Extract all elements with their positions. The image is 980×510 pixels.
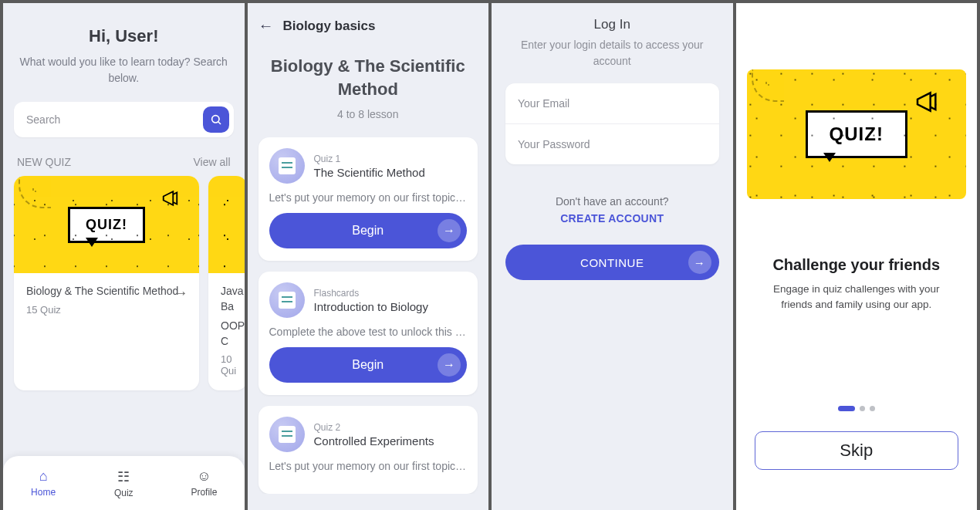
dot	[870, 406, 875, 411]
lesson-title: Controlled Experiments	[314, 434, 434, 448]
search-button[interactable]	[203, 106, 229, 133]
quiz-banner: QUIZ!	[14, 176, 199, 273]
card-title: Java Ba	[221, 284, 235, 314]
lesson-icon	[269, 148, 305, 184]
onboard-desc: Engage in quiz challenges with your frie…	[758, 282, 956, 313]
nav-label: Quiz	[114, 488, 133, 498]
page-indicator	[736, 406, 978, 411]
login-subtitle: Enter your login details to access your …	[515, 37, 710, 69]
home-icon: ⌂	[39, 468, 48, 485]
megaphone-icon	[161, 187, 184, 210]
course-subtitle: 4 to 8 lesson	[263, 108, 474, 120]
svg-line-1	[218, 122, 221, 124]
nav-label: Home	[31, 487, 56, 498]
lesson-title: Introduction to Biology	[314, 300, 428, 313]
lesson-desc: Complete the above test to unlock this …	[269, 326, 468, 338]
arrow-right-icon: →	[438, 353, 461, 377]
lesson-desc: Let's put your memory on our first topic…	[269, 460, 468, 472]
no-account-text: Don't have an account?	[492, 195, 733, 208]
create-account-link[interactable]: CREATE ACCOUNT	[492, 212, 733, 225]
bottom-nav: ⌂ Home ☷ Quiz ☺ Profile	[3, 456, 245, 510]
arrow-right-icon: →	[438, 219, 461, 242]
card-count: 10 Qui	[221, 353, 235, 377]
screen-home: Hi, User! What would you like to learn t…	[3, 3, 245, 510]
email-field[interactable]: Your Email	[505, 83, 719, 123]
document-icon	[279, 426, 296, 443]
card-subtitle: OOPs C	[221, 319, 235, 349]
login-title: Log In	[515, 17, 710, 32]
card-title: Biology & The Scientific Method	[26, 284, 187, 299]
begin-button[interactable]: Begin →	[269, 213, 468, 248]
megaphone-icon	[914, 86, 945, 117]
greeting-subtitle: What would you like to learn today? Sear…	[19, 54, 229, 86]
continue-button[interactable]: CONTINUE →	[505, 245, 719, 280]
quiz-card[interactable]: QUIZ! Biology & The Scientific Method 15…	[14, 176, 199, 390]
lesson-icon	[269, 282, 305, 318]
section-title: NEW QUIZ	[17, 156, 71, 168]
dot	[860, 406, 865, 411]
person-icon: ☺	[197, 468, 211, 485]
quiz-banner	[208, 176, 245, 273]
skip-button[interactable]: Skip	[755, 431, 959, 470]
lesson-desc: Let's put your memory on our first topic…	[269, 191, 468, 204]
page-title: Biology basics	[283, 19, 376, 34]
search-bar[interactable]	[14, 102, 234, 137]
lesson-meta: Quiz 1	[314, 154, 425, 164]
button-label: CONTINUE	[580, 256, 644, 269]
quiz-bubble: QUIZ!	[806, 110, 907, 158]
course-title: Biology & The Scientific Method	[263, 55, 474, 100]
card-count: 15 Quiz	[26, 304, 187, 316]
quiz-bubble: QUIZ!	[68, 207, 145, 243]
screen-login: Log In Enter your login details to acces…	[492, 3, 733, 510]
lesson-title: The Scientific Method	[314, 166, 425, 179]
password-field[interactable]: Your Password	[505, 123, 719, 164]
quiz-card[interactable]: Java Ba OOPs C 10 Qui	[208, 176, 245, 390]
nav-label: Profile	[191, 487, 217, 498]
login-form: Your Email Your Password	[505, 83, 719, 164]
nav-home[interactable]: ⌂ Home	[3, 456, 83, 510]
svg-point-0	[211, 116, 218, 123]
screen-onboarding: QUIZ! Challenge your friends Engage in q…	[736, 3, 978, 510]
lesson-meta: Flashcards	[314, 288, 428, 299]
arrow-right-icon: →	[688, 251, 711, 274]
button-label: Begin	[352, 358, 384, 372]
onboard-banner: QUIZ!	[747, 69, 967, 199]
search-input[interactable]	[26, 113, 203, 126]
document-icon	[279, 157, 296, 174]
list-icon: ☷	[117, 468, 130, 485]
view-all-link[interactable]: View all	[194, 156, 231, 168]
greeting: Hi, User!	[19, 26, 229, 46]
begin-button[interactable]: Begin →	[269, 347, 468, 383]
button-label: Begin	[352, 224, 384, 238]
lesson-card: Flashcards Introduction to Biology Compl…	[259, 272, 478, 395]
dot-active	[838, 406, 855, 411]
onboard-title: Challenge your friends	[736, 256, 978, 274]
document-icon	[279, 292, 296, 309]
lesson-card: Quiz 2 Controlled Experiments Let's put …	[259, 406, 478, 494]
lesson-meta: Quiz 2	[314, 422, 434, 433]
lesson-card: Quiz 1 The Scientific Method Let's put y…	[259, 137, 478, 261]
arrow-right-icon: →	[173, 284, 188, 302]
search-icon	[210, 113, 222, 126]
lesson-icon	[269, 417, 305, 452]
nav-quiz[interactable]: ☷ Quiz	[83, 456, 164, 510]
screen-course: ← Biology basics Biology & The Scientifi…	[248, 3, 489, 510]
nav-profile[interactable]: ☺ Profile	[164, 456, 244, 510]
back-button[interactable]: ←	[259, 17, 274, 35]
